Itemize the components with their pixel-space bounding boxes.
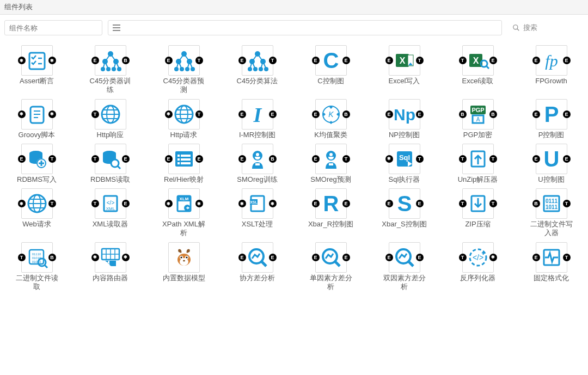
component-item[interactable]: THttp响应	[74, 97, 147, 142]
component-label: Rel/Hier映射	[161, 175, 207, 184]
component-label: XML读取器	[87, 220, 133, 229]
component-item[interactable]: EE单因素方差分析	[294, 240, 367, 294]
component-label: 单因素方差分析	[308, 274, 354, 292]
component-icon-scroll	[21, 99, 53, 130]
component-icon-puzzle	[95, 242, 126, 273]
component-item[interactable]: EEFPGrowth	[514, 43, 588, 97]
port-left: E	[238, 254, 246, 261]
component-label: Groovy脚本	[14, 131, 60, 139]
port-right: E	[416, 254, 424, 261]
port-right: E	[489, 57, 497, 64]
port-right: E	[342, 57, 350, 64]
component-item[interactable]: BT二进制文件写入器	[514, 186, 588, 240]
component-item[interactable]: 内容路由器	[74, 240, 147, 294]
port-right: E	[563, 110, 571, 118]
component-item[interactable]: TTZIP压缩	[441, 186, 514, 240]
component-item[interactable]: Groovy脚本	[0, 97, 74, 142]
component-icon-globe: T	[95, 99, 126, 130]
component-icon-table-bars: EE	[168, 144, 200, 174]
component-item[interactable]: TTUnZip解压器	[441, 142, 514, 186]
component-icon-excel-search: TE	[462, 45, 494, 76]
port-right	[48, 110, 56, 118]
component-item[interactable]: EEXbar_R控制图	[294, 186, 367, 240]
component-grid: Assert断言EBC45分类器训练ETC45分类器预测ETC45分类算法EEC…	[0, 41, 588, 296]
port-right: T	[48, 155, 56, 163]
component-item[interactable]: TSql执行器	[367, 142, 441, 186]
port-right: B	[342, 110, 350, 118]
component-icon-fp: EE	[536, 45, 567, 76]
port-left: E	[238, 155, 246, 163]
component-item[interactable]: TB二进制文件读取	[0, 240, 74, 294]
component-label: K均值聚类	[308, 131, 354, 139]
component-icon-tree: ET	[168, 45, 200, 76]
component-label: 二进制文件写入器	[528, 220, 574, 238]
component-item[interactable]: XSLT处理	[220, 186, 294, 240]
component-icon-zip: TT	[462, 188, 494, 219]
component-item[interactable]: BBPGP加密	[441, 97, 514, 142]
component-label: Excel写入	[381, 77, 427, 85]
component-item[interactable]: TWeb请求	[0, 186, 74, 240]
port-left: E	[532, 110, 540, 118]
component-item[interactable]: EBC45分类器训练	[74, 43, 147, 97]
component-item[interactable]: ETRDBMS写入	[0, 142, 74, 186]
component-label: 内置数据模型	[161, 274, 207, 282]
component-item[interactable]: ETSMOreg预测	[294, 142, 367, 186]
component-label: 固定格式化	[528, 274, 574, 282]
component-item[interactable]: TEXML读取器	[74, 186, 147, 240]
component-icon-pgp: BB	[462, 99, 494, 130]
port-right: T	[563, 200, 571, 207]
component-item[interactable]: EEXbar_S控制图	[367, 186, 441, 240]
component-icon-xml: TE	[95, 188, 126, 219]
component-item[interactable]: EE双因素方差分析	[367, 240, 441, 294]
component-item[interactable]: EENP控制图	[367, 97, 441, 142]
component-item[interactable]: ET固定格式化	[514, 240, 588, 294]
component-item[interactable]: Assert断言	[0, 43, 74, 97]
component-item[interactable]: TERDBMS读取	[74, 142, 147, 186]
component-icon-xsl	[242, 188, 273, 219]
port-right: E	[269, 110, 277, 118]
component-label: 协方差分析	[234, 274, 280, 282]
port-left: E	[312, 200, 320, 207]
component-label: C45分类器预测	[161, 77, 207, 95]
component-label: NP控制图	[381, 131, 427, 139]
component-item[interactable]: XPath XML解析	[147, 186, 220, 240]
component-icon-bin-search: TB	[21, 242, 53, 273]
component-item[interactable]: 内置数据模型	[147, 240, 220, 294]
port-left	[91, 254, 99, 261]
component-item[interactable]: ETExcel写入	[367, 43, 441, 97]
component-icon-analysis: EE	[389, 242, 420, 273]
port-right	[489, 254, 497, 261]
port-left: E	[532, 254, 540, 261]
component-item[interactable]: EBSMOreg训练	[220, 142, 294, 186]
component-item[interactable]: ETC45分类算法	[220, 43, 294, 97]
component-label: Xbar_S控制图	[381, 220, 427, 229]
component-item[interactable]: EE协方差分析	[220, 240, 294, 294]
component-item[interactable]: ETC45分类器预测	[147, 43, 220, 97]
component-item[interactable]: EERel/Hier映射	[147, 142, 220, 186]
component-item[interactable]: TEExcel读取	[441, 43, 514, 97]
port-left	[18, 200, 26, 207]
component-item[interactable]: EEU控制图	[514, 142, 588, 186]
port-left: T	[91, 155, 99, 163]
component-item[interactable]: EEP控制图	[514, 97, 588, 142]
component-label: U控制图	[528, 175, 574, 184]
port-right: E	[563, 155, 571, 163]
component-icon-sql: T	[389, 144, 420, 174]
component-icon-tree: ET	[242, 45, 273, 76]
name-filter-input[interactable]	[4, 20, 102, 35]
search-box[interactable]: 搜索	[507, 20, 584, 35]
component-item[interactable]: THttp请求	[147, 97, 220, 142]
component-icon-letter-r: EE	[315, 188, 347, 219]
component-item[interactable]: EEC控制图	[294, 43, 367, 97]
component-item[interactable]: EEI-MR控制图	[220, 97, 294, 142]
port-left: E	[91, 57, 99, 64]
component-label: I-MR控制图	[234, 131, 280, 139]
port-left: T	[91, 110, 99, 118]
port-right: E	[195, 155, 203, 163]
component-icon-deserial: T	[462, 242, 494, 273]
component-item[interactable]: EBK均值聚类	[294, 97, 367, 142]
category-select[interactable]	[108, 20, 502, 35]
component-item[interactable]: T反序列化器	[441, 240, 514, 294]
port-right: B	[122, 57, 130, 64]
component-icon-db-add: ET	[21, 144, 53, 174]
